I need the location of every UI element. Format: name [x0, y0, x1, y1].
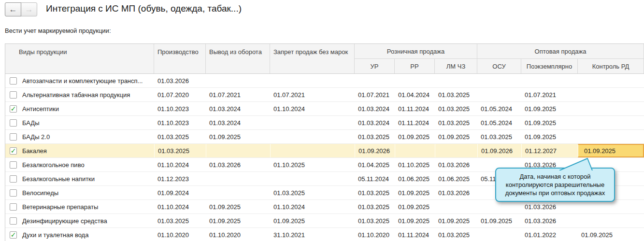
cell-per-item[interactable]: 01.09.2025 — [521, 130, 578, 143]
row-checkbox[interactable] — [10, 161, 17, 169]
column-header-production[interactable]: Производство — [154, 44, 206, 73]
cell-control-rd[interactable] — [578, 214, 644, 227]
cell-lm-chz[interactable]: 01.06.2025 — [435, 172, 477, 185]
cell-production[interactable]: 01.03.2026 — [154, 74, 206, 87]
cell-ur[interactable]: 01.03.2025 — [355, 214, 395, 227]
cell-production[interactable]: 01.10.2020 — [154, 228, 206, 241]
column-header-per-item[interactable]: Поэкземплярно — [521, 59, 578, 73]
cell-production[interactable]: 01.07.2020 — [154, 88, 206, 101]
cell-lm-chz[interactable]: 01.03.2025 — [435, 88, 477, 101]
cell-per-item[interactable]: 01.03.2026 — [521, 200, 578, 213]
cell-withdrawal[interactable] — [206, 186, 270, 199]
cell-ban[interactable] — [270, 116, 355, 129]
cell-lm-chz[interactable]: 01.03.2025 — [435, 102, 477, 115]
cell-production[interactable]: 01.10.2023 — [154, 116, 206, 129]
cell-lm-chz[interactable]: 01.09.2025 — [435, 130, 477, 143]
row-checkbox[interactable]: ✓ — [10, 105, 17, 113]
selected-cell-control-rd[interactable]: 01.09.2025 — [578, 144, 644, 157]
cell-per-item[interactable] — [521, 74, 578, 87]
cell-rr[interactable]: 01.09.2025 — [395, 130, 435, 143]
cell-withdrawal[interactable]: 01.03.2024 — [206, 102, 270, 115]
cell-production[interactable]: 01.09.2024 — [154, 186, 206, 199]
column-header-wholesale-group[interactable]: Оптовая продажа — [477, 44, 644, 59]
cell-control-rd[interactable] — [578, 200, 644, 213]
cell-withdrawal[interactable] — [206, 74, 270, 87]
cell-rr[interactable]: 01.11.2024 — [395, 228, 435, 241]
cell-osu[interactable]: 01.09.2025 — [477, 214, 521, 227]
cell-withdrawal[interactable]: 01.03.2026 — [206, 158, 270, 171]
row-checkbox[interactable] — [10, 203, 17, 211]
cell-lm-chz[interactable]: 01.03.2026 — [435, 186, 477, 199]
cell-ban[interactable]: 31.10.2021 — [270, 228, 355, 241]
cell-rr[interactable]: 01.11.2024 — [395, 102, 435, 115]
cell-osu[interactable]: 01.03.2025 — [477, 130, 521, 143]
column-header-ur[interactable]: УР — [355, 59, 395, 73]
cell-osu[interactable] — [477, 200, 521, 213]
cell-rr[interactable]: 01.10.2025 — [395, 158, 435, 171]
cell-ur[interactable]: 01.09.2026 — [355, 144, 395, 157]
cell-withdrawal[interactable]: 01.07.2021 — [206, 88, 270, 101]
column-header-retail-group[interactable]: Розничная продажа — [355, 44, 477, 59]
row-checkbox[interactable] — [10, 133, 17, 141]
cell-control-rd[interactable]: 01.09.2025 — [578, 228, 644, 241]
cell-ur[interactable] — [355, 74, 395, 87]
cell-lm-chz[interactable]: 01.09.2025 — [435, 214, 477, 227]
cell-withdrawal[interactable]: 01.09.2025 — [206, 200, 270, 213]
row-checkbox[interactable]: ✓ — [10, 231, 17, 239]
cell-per-item[interactable]: 01.12.2027 — [521, 144, 578, 157]
cell-ur[interactable]: 01.04.2025 — [355, 158, 395, 171]
cell-osu[interactable] — [477, 74, 521, 87]
cell-rr[interactable]: 01.06.2025 — [395, 172, 435, 185]
cell-ur[interactable]: 01.03.2024 — [355, 102, 395, 115]
column-header-lm-chz[interactable]: ЛМ ЧЗ — [435, 59, 477, 73]
cell-control-rd[interactable] — [578, 130, 644, 143]
cell-ban[interactable]: 01.09.2025 — [270, 214, 355, 227]
row-checkbox[interactable] — [10, 217, 17, 225]
row-checkbox[interactable] — [10, 91, 17, 99]
cell-per-item[interactable]: 01.07.2021 — [521, 88, 578, 101]
cell-ban[interactable] — [270, 144, 355, 157]
column-header-withdrawal[interactable]: Вывод из оборота — [206, 44, 270, 73]
cell-ban[interactable]: 01.07.2021 — [270, 88, 355, 101]
cell-rr[interactable]: 01.09.2025 — [395, 186, 435, 199]
cell-withdrawal[interactable] — [206, 172, 270, 185]
cell-lm-chz[interactable]: 01.03.2025 — [435, 228, 477, 241]
cell-control-rd[interactable] — [578, 116, 644, 129]
cell-withdrawal[interactable]: 01.10.2020 — [206, 228, 270, 241]
row-checkbox[interactable] — [10, 189, 17, 197]
cell-withdrawal[interactable] — [206, 144, 270, 157]
back-button[interactable]: ← — [5, 2, 21, 16]
cell-osu[interactable]: 01.09.2026 — [477, 144, 521, 157]
cell-ban[interactable] — [270, 172, 355, 185]
cell-rr[interactable] — [395, 74, 435, 87]
cell-production[interactable]: 01.10.2024 — [154, 158, 206, 171]
cell-osu[interactable] — [477, 228, 521, 241]
cell-ban[interactable] — [270, 74, 355, 87]
cell-per-item[interactable]: 01.09.2025 — [521, 116, 578, 129]
cell-osu[interactable]: 01.05.2024 — [477, 102, 521, 115]
cell-ur[interactable]: 01.03.2025 — [355, 186, 395, 199]
cell-ban[interactable]: 01.10.2024 — [270, 102, 355, 115]
cell-lm-chz[interactable]: 01.03.2026 — [435, 158, 477, 171]
cell-ur[interactable]: 01.03.2025 — [355, 130, 395, 143]
cell-rr[interactable] — [395, 144, 435, 157]
cell-lm-chz[interactable] — [435, 144, 477, 157]
row-checkbox[interactable] — [10, 119, 17, 127]
cell-per-item[interactable]: 01.03.2026 — [521, 214, 578, 227]
cell-per-item[interactable]: 01.01.2022 — [521, 228, 578, 241]
cell-osu[interactable] — [477, 88, 521, 101]
cell-lm-chz[interactable]: 01.03.2025 — [435, 116, 477, 129]
cell-ban[interactable]: 01.10.2025 — [270, 158, 355, 171]
cell-lm-chz[interactable] — [435, 200, 477, 213]
cell-rr[interactable]: 01.09.2025 — [395, 214, 435, 227]
cell-withdrawal[interactable]: 01.09.2025 — [206, 214, 270, 227]
row-checkbox[interactable]: ✓ — [10, 147, 17, 155]
cell-production[interactable]: 01.12.2023 — [154, 172, 206, 185]
cell-rr[interactable]: 01.11.2024 — [395, 116, 435, 129]
cell-control-rd[interactable] — [578, 74, 644, 87]
cell-production[interactable]: 01.03.2025 — [154, 214, 206, 227]
cell-ur[interactable]: 05.11.2024 — [355, 172, 395, 185]
cell-withdrawal[interactable]: 01.09.2025 — [206, 130, 270, 143]
column-header-product[interactable]: Виды продукции — [5, 44, 154, 73]
column-header-control-rd[interactable]: Контроль РД — [578, 59, 644, 73]
